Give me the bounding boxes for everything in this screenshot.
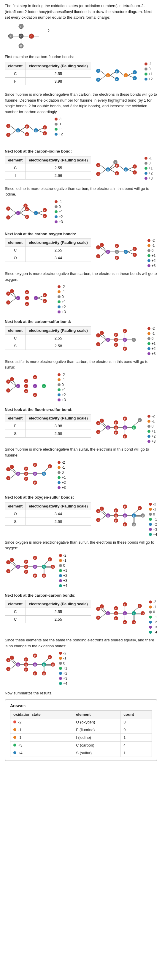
svg-text:F: F bbox=[124, 418, 125, 420]
svg-text:F: F bbox=[124, 348, 125, 350]
cf-molecule-area: F F C F F C F F bbox=[95, 62, 153, 89]
answer-header-count: count bbox=[120, 710, 152, 718]
svg-text:F: F bbox=[26, 561, 27, 563]
svg-text:O: O bbox=[142, 612, 144, 615]
svg-text:S: S bbox=[43, 385, 45, 388]
svg-text:F: F bbox=[34, 394, 36, 397]
cf-value-f: 3.98 bbox=[26, 78, 91, 85]
carbon-carbon-section: Next look at the carbon-carbon bonds: el… bbox=[5, 592, 157, 686]
svg-text:F: F bbox=[116, 257, 117, 259]
answer-box: Answer: oxidation state element count -2… bbox=[5, 699, 157, 761]
ci-after-legend: -1 0 +1 +2 +3 bbox=[55, 200, 63, 224]
svg-text:C: C bbox=[34, 473, 36, 476]
svg-text:F: F bbox=[115, 432, 117, 434]
svg-text:S: S bbox=[133, 515, 135, 517]
svg-text:F: F bbox=[44, 294, 46, 297]
fluorine-sulfur-section: Next look at the fluorine-sulfur bond: e… bbox=[5, 407, 157, 490]
svg-text:I: I bbox=[115, 161, 116, 164]
svg-text:F: F bbox=[124, 506, 125, 508]
svg-text:F: F bbox=[26, 571, 27, 574]
svg-line-148 bbox=[10, 298, 16, 302]
svg-text:C: C bbox=[34, 566, 36, 568]
fs-legend: -2 -1 0 +1 +2 +3 bbox=[148, 414, 156, 444]
fs-explanation: Since fluorine is more electronegative t… bbox=[5, 447, 157, 458]
svg-line-83 bbox=[128, 169, 133, 172]
svg-text:O: O bbox=[133, 621, 135, 624]
svg-line-53 bbox=[29, 127, 34, 130]
svg-text:F: F bbox=[97, 422, 99, 425]
ci-explanation: Since iodine is more electronegative tha… bbox=[5, 186, 157, 197]
svg-line-44 bbox=[10, 130, 16, 135]
svg-line-324 bbox=[134, 509, 139, 514]
svg-text:F: F bbox=[97, 431, 99, 434]
cs-title: Next look at the carbon-sulfur bond: bbox=[5, 319, 157, 325]
answer-row: -2O (oxygen)3 bbox=[10, 718, 152, 726]
svg-text:F: F bbox=[26, 216, 28, 219]
svg-text:I: I bbox=[11, 466, 12, 469]
svg-text:O: O bbox=[115, 426, 117, 429]
svg-text:C: C bbox=[17, 566, 19, 568]
svg-text:O: O bbox=[115, 339, 117, 342]
initial-molecule: F C F F O 0 bbox=[5, 23, 157, 50]
svg-text:F: F bbox=[44, 209, 46, 212]
os-molecule-area: F F C I O C F F bbox=[95, 502, 157, 536]
svg-line-43 bbox=[10, 126, 16, 130]
svg-text:O: O bbox=[25, 566, 27, 568]
ci-molecule-area: F F C I C F F bbox=[95, 156, 153, 183]
svg-text:F: F bbox=[124, 603, 125, 606]
fs-table: elementelectronegativity (Pauling scale)… bbox=[5, 414, 91, 438]
cs-row-s: S 2.58 bbox=[5, 342, 91, 350]
co-legend: -2 -1 0 +1 +2 +3 bbox=[148, 239, 156, 268]
svg-text:C: C bbox=[17, 297, 19, 300]
svg-text:C: C bbox=[17, 129, 19, 132]
svg-text:F: F bbox=[8, 208, 9, 210]
cs-after-legend: -2 -1 0 +1 +2 +3 bbox=[58, 373, 66, 402]
svg-line-74 bbox=[110, 169, 115, 172]
svg-text:F: F bbox=[115, 520, 117, 522]
svg-text:F: F bbox=[97, 164, 99, 167]
svg-text:0: 0 bbox=[48, 29, 50, 32]
svg-line-365 bbox=[44, 561, 49, 565]
fs-row-f: F 3.98 bbox=[5, 422, 91, 430]
answer-header-state: oxidation state bbox=[10, 710, 73, 718]
svg-text:F: F bbox=[97, 334, 99, 337]
co-explanation: Since oxygen is more electronegative tha… bbox=[5, 271, 157, 282]
svg-text:F: F bbox=[8, 302, 9, 304]
svg-text:C: C bbox=[34, 663, 36, 666]
svg-text:F: F bbox=[49, 558, 51, 561]
carbon-oxygen-section: Next look at the carbon-oxygen bonds: el… bbox=[5, 231, 157, 314]
cs-row-c: C 2.55 bbox=[5, 334, 91, 342]
svg-text:O: O bbox=[43, 575, 45, 578]
svg-text:O: O bbox=[52, 566, 54, 568]
svg-text:C: C bbox=[107, 339, 109, 342]
svg-text:C: C bbox=[124, 426, 126, 429]
svg-text:C: C bbox=[35, 129, 37, 132]
svg-line-301 bbox=[100, 515, 106, 520]
svg-text:O: O bbox=[142, 515, 144, 517]
svg-line-342 bbox=[10, 567, 16, 571]
svg-text:I: I bbox=[11, 559, 12, 562]
answer-row-element: S (sulfur) bbox=[73, 749, 120, 757]
answer-row: +3C (carbon)4 bbox=[10, 741, 152, 749]
svg-text:F: F bbox=[34, 557, 36, 560]
answer-row-count: 3 bbox=[120, 718, 152, 726]
svg-line-47 bbox=[20, 127, 25, 130]
co-after-molecule: F F C I O C F F bbox=[5, 285, 157, 314]
svg-text:F: F bbox=[97, 173, 99, 176]
answer-row: +4S (sulfur)1 bbox=[10, 749, 152, 757]
svg-text:F: F bbox=[97, 617, 99, 619]
svg-text:F: F bbox=[26, 126, 28, 128]
svg-line-48 bbox=[20, 130, 25, 133]
os-row-o: O 3.44 bbox=[5, 510, 91, 517]
cf-header-element: element bbox=[5, 62, 26, 70]
svg-line-21 bbox=[100, 75, 106, 80]
cc-table: elementelectronegativity (Pauling scale)… bbox=[5, 600, 91, 623]
svg-text:F: F bbox=[8, 125, 9, 128]
svg-text:C: C bbox=[124, 612, 126, 615]
co-row-o: O 3.44 bbox=[5, 254, 91, 262]
svg-line-108 bbox=[38, 211, 43, 213]
answer-row-state: -2 bbox=[10, 718, 73, 726]
svg-text:C: C bbox=[107, 169, 109, 171]
svg-text:F: F bbox=[26, 208, 28, 211]
examine-text: First examine the carbon-fluorine bonds: bbox=[5, 54, 157, 60]
